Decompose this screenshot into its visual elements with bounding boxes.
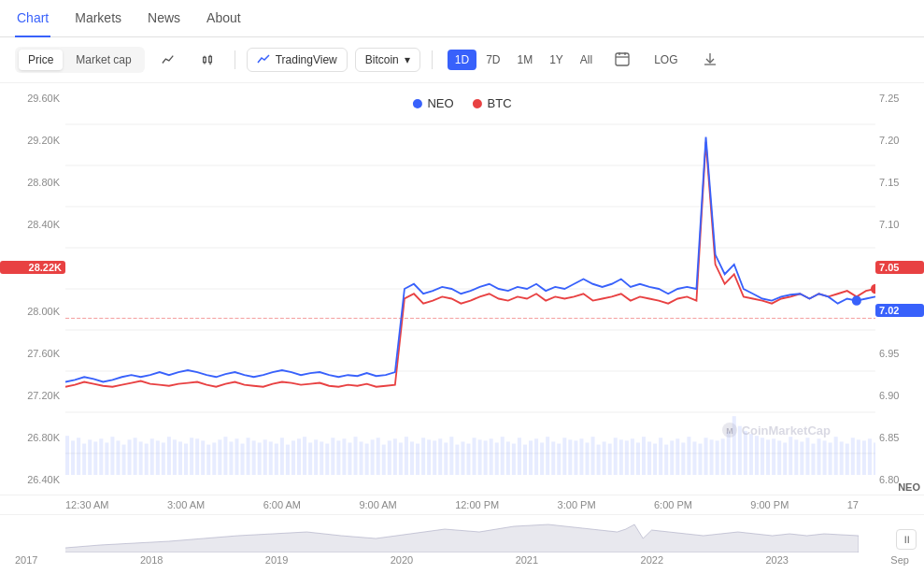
svg-rect-94 [478,439,482,475]
price-button[interactable]: Price [19,50,63,70]
svg-rect-34 [139,441,143,475]
mini-x-tick-2: 2019 [265,554,288,566]
svg-rect-77 [382,445,386,475]
svg-rect-102 [523,445,527,475]
svg-rect-136 [716,440,719,475]
svg-rect-66 [320,441,323,475]
time-btn-7d[interactable]: 7D [478,50,507,70]
chart-wrapper: 29.60K 29.20K 28.80K 28.40K 28.22K 28.00… [0,83,924,570]
svg-rect-27 [99,438,103,475]
svg-rect-58 [275,444,278,476]
btc-line [65,142,875,387]
separator-1 [235,50,235,69]
time-button-group: 1D 7D 1M 1Y All [448,50,600,70]
svg-rect-89 [449,437,453,475]
calendar-icon [615,51,630,66]
mini-x-tick-0: 2017 [15,554,37,566]
svg-rect-95 [484,440,488,475]
y-tick-6: 27.60K [0,348,65,359]
tradingview-button[interactable]: TradingView [247,48,348,72]
time-btn-all[interactable]: All [573,50,600,70]
svg-rect-56 [263,439,267,475]
svg-rect-133 [698,444,702,476]
svg-rect-38 [162,442,165,475]
svg-rect-87 [438,438,442,475]
svg-rect-118 [614,438,618,475]
svg-rect-37 [156,440,160,475]
svg-rect-23 [77,438,80,475]
mini-chart-wrapper: 2017 2018 2019 2020 2021 2022 2023 Sep ⏸ [0,514,924,570]
chart-container[interactable]: 29.60K 29.20K 28.80K 28.40K 28.22K 28.00… [0,83,924,495]
svg-rect-152 [805,438,809,475]
svg-rect-160 [851,438,855,475]
y-right-tick-3: 7.10 [875,219,924,230]
x-tick-7: 9:00 PM [750,499,789,510]
log-button[interactable]: LOG [645,50,687,70]
y-tick-8: 26.80K [0,432,65,443]
y-tick-9: 26.40K [0,474,65,485]
svg-rect-159 [846,444,849,476]
tab-markets[interactable]: Markets [73,0,123,37]
svg-rect-68 [331,438,334,475]
svg-rect-51 [235,438,238,475]
svg-rect-155 [823,440,827,475]
x-tick-3: 9:00 AM [359,499,396,510]
mini-x-tick-5: 2022 [641,554,663,566]
time-btn-1y[interactable]: 1Y [542,50,571,70]
svg-rect-119 [619,439,623,475]
tab-about[interactable]: About [205,0,243,37]
pause-button[interactable]: ⏸ [896,529,917,550]
svg-rect-36 [150,438,154,475]
time-btn-1d[interactable]: 1D [448,50,476,70]
svg-rect-113 [585,442,589,475]
chevron-down-icon: ▾ [405,53,410,66]
mini-x-tick-6: 2023 [765,554,788,566]
svg-rect-116 [603,441,606,475]
candle-icon-btn[interactable] [192,50,223,70]
svg-rect-98 [501,437,505,475]
line-chart-icon-btn[interactable] [152,50,184,70]
svg-rect-28 [105,442,108,475]
svg-rect-123 [642,437,646,475]
svg-rect-83 [416,444,419,476]
svg-rect-63 [303,437,306,475]
svg-rect-76 [377,438,380,475]
y-right-tick-blue: 7.02 [875,304,924,317]
svg-rect-64 [308,442,312,475]
y-right-tick-7: 6.85 [875,432,924,443]
svg-rect-61 [291,440,295,475]
svg-rect-48 [218,439,221,475]
svg-rect-117 [608,444,612,476]
svg-rect-103 [529,440,533,475]
svg-rect-74 [365,444,369,476]
svg-rect-110 [568,439,572,475]
tab-chart[interactable]: Chart [15,0,50,37]
time-btn-1m[interactable]: 1M [509,50,540,70]
marketcap-button[interactable]: Market cap [66,50,140,70]
x-tick-6: 6:00 PM [654,499,692,510]
svg-rect-41 [178,441,182,475]
download-icon [703,51,718,66]
svg-rect-151 [800,441,803,475]
btc-endpoint [871,284,875,294]
svg-rect-104 [534,438,538,475]
svg-rect-60 [286,445,290,475]
x-tick-0: 12:30 AM [65,499,108,510]
svg-rect-143 [755,436,759,475]
svg-rect-100 [512,444,516,476]
calendar-icon-btn[interactable] [607,48,637,73]
svg-rect-53 [247,438,250,475]
download-icon-btn[interactable] [695,48,725,73]
tab-news[interactable]: News [146,0,182,37]
svg-rect-145 [766,439,770,475]
line-chart-icon [162,53,175,66]
y-tick-highlighted: 28.22K [0,261,65,274]
coin-dropdown[interactable]: Bitcoin ▾ [355,48,420,72]
svg-rect-86 [433,440,436,475]
svg-rect-30 [116,440,120,475]
svg-rect-65 [314,439,318,475]
btc-dot [473,99,482,108]
svg-rect-25 [88,439,92,475]
x-tick-2: 6:00 AM [263,499,301,510]
svg-rect-157 [834,437,838,475]
